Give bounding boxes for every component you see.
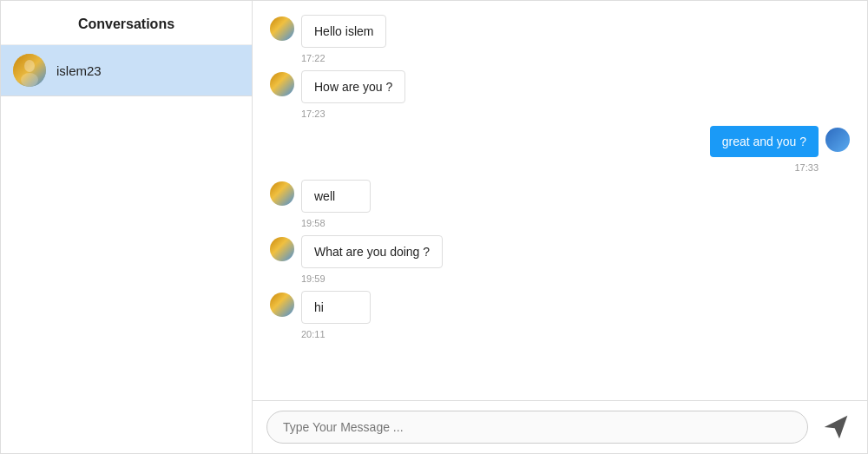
msg-time: 19:58	[301, 218, 850, 228]
message-input[interactable]	[266, 411, 808, 444]
msg-bubble: How are you ?	[301, 70, 405, 103]
message-row: How are you ?	[270, 70, 850, 103]
msg-content: Hello islem	[301, 15, 386, 48]
send-icon	[822, 413, 850, 441]
msg-bubble-blue: great and you ?	[710, 126, 819, 157]
svg-point-1	[24, 60, 35, 72]
msg-time: 17:33	[270, 162, 819, 173]
msg-bubble: What are you doing ?	[301, 235, 443, 268]
msg-time: 20:11	[301, 329, 850, 339]
msg-avatar-right	[825, 128, 850, 152]
msg-avatar	[270, 72, 294, 96]
msg-avatar	[270, 16, 294, 41]
msg-content: great and you ?	[710, 126, 819, 157]
messages-container: Hello islem 17:22 How are you ? 17:23 gr…	[253, 1, 867, 400]
msg-content: How are you ?	[301, 70, 405, 103]
message-row: well	[270, 180, 850, 213]
chat-area: Hello islem 17:22 How are you ? 17:23 gr…	[253, 1, 867, 453]
message-row: great and you ?	[270, 126, 850, 157]
input-area	[253, 400, 867, 453]
msg-bubble: well	[301, 180, 371, 213]
msg-content: What are you doing ?	[301, 235, 443, 268]
svg-point-2	[21, 73, 38, 87]
msg-time: 19:59	[301, 273, 850, 284]
msg-avatar	[270, 181, 294, 206]
sidebar-title: Conversations	[1, 1, 252, 45]
contact-name: islem23	[56, 63, 102, 78]
msg-content: hi	[301, 291, 371, 324]
sidebar: Conversations islem23	[1, 1, 253, 453]
msg-content: well	[301, 180, 371, 213]
message-row: Hello islem	[270, 15, 850, 48]
message-row: What are you doing ?	[270, 235, 850, 268]
avatar-image	[13, 54, 46, 87]
conversation-item-islem23[interactable]: islem23	[1, 45, 252, 96]
app-container: Conversations islem23	[0, 0, 868, 454]
msg-avatar	[270, 237, 294, 261]
msg-bubble: hi	[301, 291, 371, 324]
msg-time: 17:22	[301, 53, 850, 63]
message-row: hi	[270, 291, 850, 324]
msg-bubble: Hello islem	[301, 15, 386, 48]
send-button[interactable]	[819, 410, 853, 444]
msg-avatar	[270, 293, 294, 317]
avatar	[13, 54, 46, 87]
msg-time: 17:23	[301, 109, 850, 119]
